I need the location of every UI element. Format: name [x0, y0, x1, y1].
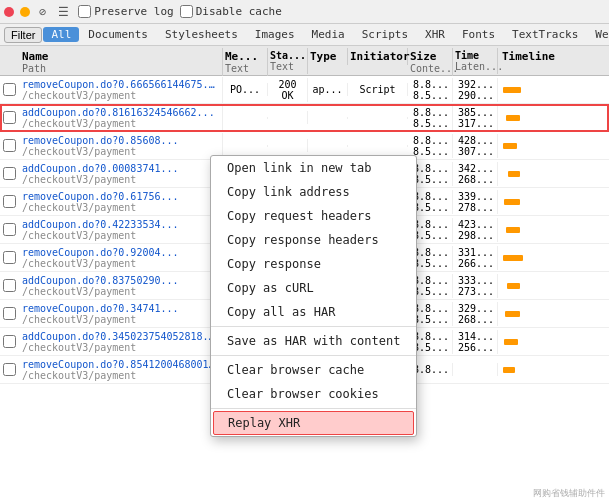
- context-menu-divider-6: [211, 326, 416, 327]
- row-checkbox-5[interactable]: [0, 223, 18, 236]
- table-header: Name Path Me... Text Sta... Text Type In…: [0, 46, 609, 76]
- row-checkbox-4[interactable]: [0, 195, 18, 208]
- context-menu-item-9[interactable]: Clear browser cookies: [211, 382, 416, 406]
- context-menu-item-3[interactable]: Copy response headers: [211, 228, 416, 252]
- cell-url-top-3: addCoupon.do?0.00083741...: [22, 163, 217, 174]
- cell-type-0: ap...: [308, 83, 348, 96]
- cell-timeline-9: [498, 328, 609, 355]
- cell-time-9: 314...256...: [453, 330, 498, 354]
- cell-url-bottom-5: /checkoutV3/payment: [22, 230, 217, 241]
- list-icon[interactable]: ☰: [55, 4, 72, 20]
- cell-name-7: addCoupon.do?0.83750290... /checkoutV3/p…: [18, 273, 223, 299]
- timeline-bar-3: [508, 171, 520, 177]
- tab-all[interactable]: All: [43, 27, 79, 42]
- cell-url-top-9: addCoupon.do?0.345023754052818...: [22, 331, 217, 342]
- disable-cache-label[interactable]: Disable cache: [180, 5, 282, 18]
- cell-method-2: [223, 145, 268, 147]
- row-checkbox-1[interactable]: [0, 111, 18, 124]
- context-menu-item-7[interactable]: Save as HAR with content: [211, 329, 416, 353]
- cell-status-1: [268, 111, 308, 124]
- cell-name-6: removeCoupon.do?0.92004... /checkoutV3/p…: [18, 245, 223, 271]
- table-row[interactable]: addCoupon.do?0.81616324546662... /checko…: [0, 104, 609, 132]
- cell-url-bottom-0: /checkoutV3/payment: [22, 90, 217, 101]
- context-menu-item-2[interactable]: Copy request headers: [211, 204, 416, 228]
- minimize-icon[interactable]: [20, 7, 30, 17]
- cell-name-2: removeCoupon.do?0.85608... /checkoutV3/p…: [18, 133, 223, 159]
- tab-fonts[interactable]: Fonts: [454, 27, 503, 42]
- context-menu-divider-9: [211, 408, 416, 409]
- timeline-bar-2: [503, 143, 517, 149]
- cell-url-bottom-2: /checkoutV3/payment: [22, 146, 217, 157]
- context-menu-item-0[interactable]: Open link in new tab: [211, 156, 416, 180]
- row-checkbox-2[interactable]: [0, 139, 18, 152]
- cell-size-1: 8.8...8.5...: [408, 106, 453, 130]
- row-checkbox-0[interactable]: [0, 83, 18, 96]
- watermark: 网购省钱辅助件件: [533, 487, 605, 500]
- cell-name-1: addCoupon.do?0.81616324546662... /checko…: [18, 105, 223, 131]
- cell-time-5: 423...298...: [453, 218, 498, 242]
- cell-time-0: 392...290...: [453, 78, 498, 102]
- cell-url-bottom-9: /checkoutV3/payment: [22, 342, 217, 353]
- disable-cache-text: Disable cache: [196, 5, 282, 18]
- cell-url-top-10: removeCoupon.do?0.8541200468001...: [22, 359, 217, 370]
- cell-timeline-6: [498, 244, 609, 271]
- row-checkbox-10[interactable]: [0, 363, 18, 376]
- row-checkbox-6[interactable]: [0, 251, 18, 264]
- cell-name-9: addCoupon.do?0.345023754052818... /check…: [18, 329, 223, 355]
- cell-time-2: 428...307...: [453, 134, 498, 158]
- tab-images[interactable]: Images: [247, 27, 303, 42]
- context-menu-item-5[interactable]: Copy as cURL: [211, 276, 416, 300]
- cell-timeline-2: [498, 132, 609, 159]
- col-header-time: Time Laten...: [453, 48, 498, 74]
- preserve-log-checkbox[interactable]: [78, 5, 91, 18]
- col-header-size: Size Conte...: [408, 48, 453, 76]
- row-checkbox-3[interactable]: [0, 167, 18, 180]
- tab-stylesheets[interactable]: Stylesheets: [157, 27, 246, 42]
- close-icon[interactable]: [4, 7, 14, 17]
- context-menu-item-4[interactable]: Copy response: [211, 252, 416, 276]
- cell-timeline-10: [498, 356, 609, 383]
- tab-websock[interactable]: WebSock: [587, 27, 609, 42]
- cell-timeline-5: [498, 216, 609, 243]
- col-header-type: Type: [308, 48, 348, 65]
- cell-time-8: 329...268...: [453, 302, 498, 326]
- context-menu-item-8[interactable]: Clear browser cache: [211, 358, 416, 382]
- preserve-log-label[interactable]: Preserve log: [78, 5, 173, 18]
- context-menu-item-10[interactable]: Replay XHR: [213, 411, 414, 435]
- tab-scripts[interactable]: Scripts: [354, 27, 416, 42]
- row-checkbox-7[interactable]: [0, 279, 18, 292]
- cell-initiator-0: Script: [348, 83, 408, 96]
- filter-funnel-icon[interactable]: ⊘: [36, 4, 49, 20]
- cell-url-bottom-8: /checkoutV3/payment: [22, 314, 217, 325]
- cell-url-top-0: removeCoupon.do?0.666566144675...: [22, 79, 217, 90]
- cell-type-1: [308, 117, 348, 119]
- cell-url-bottom-3: /checkoutV3/payment: [22, 174, 217, 185]
- row-checkbox-9[interactable]: [0, 335, 18, 348]
- table-row[interactable]: removeCoupon.do?0.666566144675... /check…: [0, 76, 609, 104]
- disable-cache-checkbox[interactable]: [180, 5, 193, 18]
- cell-type-2: [308, 145, 348, 147]
- cell-initiator-2: [348, 145, 408, 147]
- tab-texttracks[interactable]: TextTracks: [504, 27, 586, 42]
- timeline-bar-1: [506, 115, 520, 121]
- context-menu-item-1[interactable]: Copy link address: [211, 180, 416, 204]
- cell-time-1: 385...317...: [453, 106, 498, 130]
- tab-documents[interactable]: Documents: [80, 27, 156, 42]
- timeline-bar-10: [503, 367, 515, 373]
- cell-url-top-8: removeCoupon.do?0.34741...: [22, 303, 217, 314]
- cell-timeline-0: [498, 76, 609, 103]
- tab-xhr[interactable]: XHR: [417, 27, 453, 42]
- cell-name-8: removeCoupon.do?0.34741... /checkoutV3/p…: [18, 301, 223, 327]
- row-checkbox-8[interactable]: [0, 307, 18, 320]
- cell-name-3: addCoupon.do?0.00083741... /checkoutV3/p…: [18, 161, 223, 187]
- filter-button[interactable]: Filter: [4, 27, 42, 43]
- cell-size-0: 8.8...8.5...: [408, 78, 453, 102]
- cell-size-2: 8.8...8.5...: [408, 134, 453, 158]
- timeline-bar-0: [503, 87, 521, 93]
- timeline-bar-9: [504, 339, 518, 345]
- context-menu-item-6[interactable]: Copy all as HAR: [211, 300, 416, 324]
- cell-time-6: 331...266...: [453, 246, 498, 270]
- tab-media[interactable]: Media: [304, 27, 353, 42]
- col-header-name: Name Path: [18, 48, 223, 76]
- cell-initiator-1: [348, 117, 408, 119]
